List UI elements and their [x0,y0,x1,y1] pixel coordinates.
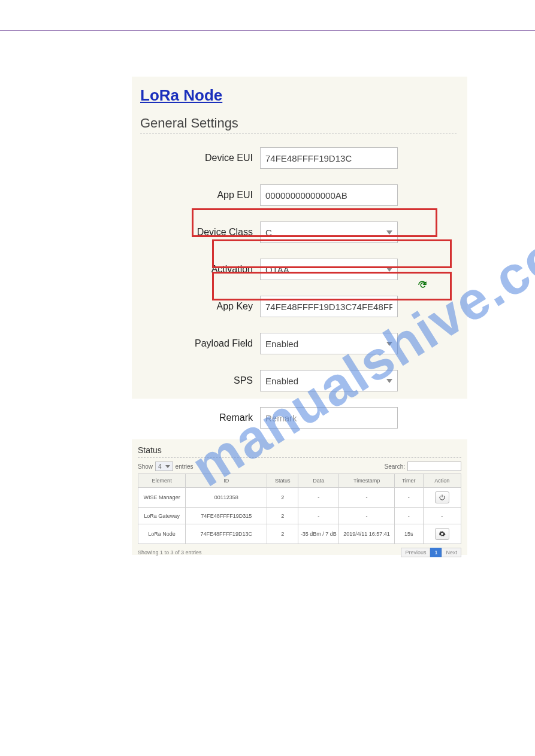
input-remark[interactable] [260,407,398,429]
row-device-eui: Device EUI [140,145,457,171]
table-footer: Showing 1 to 3 of 3 entries Previous 1 N… [138,548,461,557]
status-table: Element ID Status Data Timestamp Timer A… [138,473,461,544]
cell-action [423,488,461,508]
pager-current[interactable]: 1 [430,548,442,557]
table-row: WISE Manager 00112358 2 - - - [138,488,461,508]
cell-timestamp: - [339,508,395,524]
cell-element: WISE Manager [138,488,186,508]
power-button[interactable] [435,491,449,503]
page-title[interactable]: LoRa Node [140,86,457,105]
search-label: Search: [385,463,405,470]
select-sps[interactable]: Enabled [260,370,398,391]
status-divider [138,457,461,458]
col-status[interactable]: Status [267,474,298,488]
chevron-down-icon [386,268,392,272]
select-activation[interactable]: OTAA [260,259,398,280]
page-size-value: 4 [158,463,162,470]
section-divider [140,133,457,134]
col-data[interactable]: Data [298,474,339,488]
row-remark: Remark [140,405,457,431]
col-timer[interactable]: Timer [394,474,423,488]
select-activation-value: OTAA [265,265,289,275]
cell-timestamp: 2019/4/11 16:57:41 [339,524,395,544]
label-device-eui: Device EUI [140,153,260,163]
pager-prev[interactable]: Previous [401,548,430,557]
select-payload-field-value: Enabled [265,339,298,349]
label-remark: Remark [140,412,260,423]
cell-status: 2 [267,508,298,524]
chevron-down-icon [386,230,392,235]
cell-element: LoRa Node [138,524,186,544]
cell-data: - [298,508,339,524]
row-sps: SPS Enabled [140,368,457,394]
refresh-key-icon[interactable] [417,280,428,290]
search-input[interactable] [407,462,461,471]
entries-label: entries [176,463,194,470]
select-device-class[interactable]: C [260,221,398,243]
cell-data: - [298,488,339,508]
col-id[interactable]: ID [186,474,267,488]
row-device-class: Device Class C [140,219,457,245]
select-payload-field[interactable]: Enabled [260,333,398,354]
cell-id: 00112358 [186,488,267,508]
cell-action [423,524,461,544]
cell-timestamp: - [339,488,395,508]
col-timestamp[interactable]: Timestamp [339,474,395,488]
cell-status: 2 [267,488,298,508]
show-label: Show [138,463,153,470]
footer-info: Showing 1 to 3 of 3 entries [138,549,202,555]
cell-timer: - [394,508,423,524]
label-sps: SPS [140,375,260,386]
col-element[interactable]: Element [138,474,186,488]
row-activation: Activation OTAA [140,256,457,283]
chevron-down-icon [165,465,170,468]
cell-timer: - [394,488,423,508]
table-header-row: Element ID Status Data Timestamp Timer A… [138,474,461,488]
input-device-eui[interactable] [260,147,398,169]
cell-timer: 15s [394,524,423,544]
label-payload-field: Payload Field [140,338,260,349]
section-heading: General Settings [140,116,457,131]
select-device-class-value: C [265,227,272,238]
settings-button[interactable] [435,528,449,540]
cell-data: -35 dBm / 7 dB [298,524,339,544]
label-activation: Activation [140,264,260,275]
chevron-down-icon [386,379,392,383]
pager: Previous 1 Next [401,548,461,557]
settings-panel: LoRa Node General Settings Device EUI Ap… [132,77,467,399]
chevron-down-icon [386,342,392,346]
row-app-eui: App EUI [140,182,457,208]
cell-element: LoRa Gateway [138,508,186,524]
page-header-rule [0,30,535,31]
cell-action: - [423,508,461,524]
row-payload-field: Payload Field Enabled [140,330,457,357]
row-app-key: App Key [140,293,457,320]
table-row: LoRa Node 74FE48FFFF19D13C 2 -35 dBm / 7… [138,524,461,544]
label-app-eui: App EUI [140,190,260,201]
label-device-class: Device Class [140,227,260,238]
status-heading: Status [138,445,461,455]
table-controls: Show 4 entries Search: [138,462,461,471]
cell-id: 74FE48FFFF19D315 [186,508,267,524]
input-app-key[interactable] [260,296,398,317]
table-row: LoRa Gateway 74FE48FFFF19D315 2 - - - - [138,508,461,524]
cell-status: 2 [267,524,298,544]
label-app-key: App Key [140,301,260,312]
cell-id: 74FE48FFFF19D13C [186,524,267,544]
pager-next[interactable]: Next [442,548,461,557]
page-size-select[interactable]: 4 [155,462,173,471]
input-app-eui[interactable] [260,184,398,206]
status-panel: Status Show 4 entries Search: Element ID… [132,439,467,555]
col-action[interactable]: Action [423,474,461,488]
select-sps-value: Enabled [265,376,298,386]
